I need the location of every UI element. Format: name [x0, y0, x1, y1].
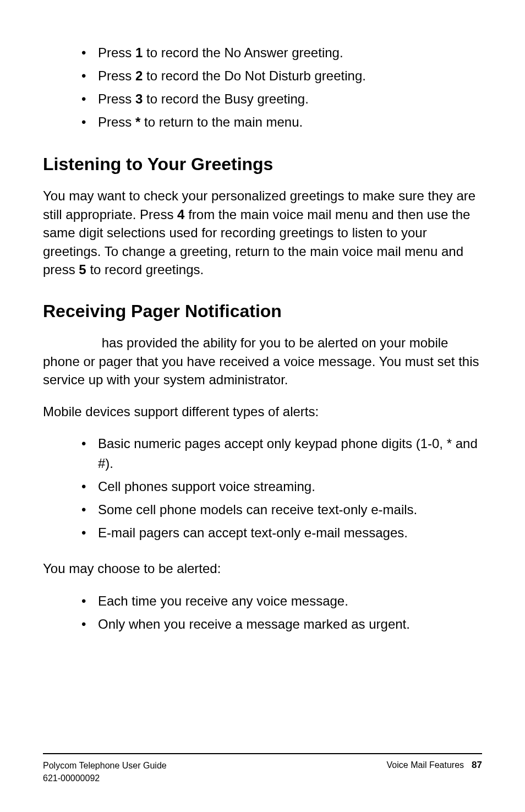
greeting-record-options-list: Press 1 to record the No Answer greeting…: [43, 43, 482, 132]
key-digit: 2: [135, 68, 143, 83]
list-item: Press 1 to record the No Answer greeting…: [81, 43, 482, 63]
heading-pager-notification: Receiving Pager Notification: [43, 301, 482, 321]
footer-right: Voice Mail Features 87: [387, 760, 482, 784]
footer-doc-code: 621-00000092: [43, 772, 167, 784]
list-item: E-mail pagers can accept text-only e-mai…: [81, 523, 482, 543]
list-item: Press 3 to record the Busy greeting.: [81, 89, 482, 109]
key-digit: *: [135, 115, 140, 129]
key-digit: 5: [79, 262, 86, 277]
footer-guide-title: Polycom Telephone User Guide: [43, 760, 167, 772]
paragraph-pager-intro: has provided the ability for you to be a…: [43, 334, 482, 389]
text: to record greetings.: [86, 262, 204, 277]
list-item: Basic numeric pages accept only keypad p…: [81, 434, 482, 473]
list-item: Cell phones support voice streaming.: [81, 477, 482, 497]
text: to record the No Answer greeting.: [143, 45, 343, 60]
text: Press: [98, 68, 135, 83]
list-item: Only when you receive a message marked a…: [81, 614, 482, 634]
key-digit: 4: [177, 207, 184, 222]
paragraph-alert-choice-intro: You may choose to be alerted:: [43, 559, 482, 578]
list-item: Each time you receive any voice message.: [81, 591, 482, 611]
paragraph-listening: You may want to check your personalized …: [43, 187, 482, 279]
paragraph-alert-types-intro: Mobile devices support different types o…: [43, 402, 482, 421]
page-container: Press 1 to record the No Answer greeting…: [0, 0, 525, 812]
list-item: Press 2 to record the Do Not Disturb gre…: [81, 66, 482, 86]
key-digit: 1: [135, 45, 143, 60]
text: Press: [98, 115, 135, 129]
text: to record the Busy greeting.: [143, 91, 309, 106]
key-digit: 3: [135, 91, 143, 106]
text: to return to the main menu.: [140, 115, 303, 129]
list-item: Press * to return to the main menu.: [81, 112, 482, 132]
text: Press: [98, 45, 135, 60]
alert-choice-list: Each time you receive any voice message.…: [43, 591, 482, 634]
footer-section-title: Voice Mail Features: [387, 760, 464, 770]
footer-page-number: 87: [472, 760, 482, 771]
page-footer: Polycom Telephone User Guide 621-0000009…: [43, 753, 482, 784]
alert-types-list: Basic numeric pages accept only keypad p…: [43, 434, 482, 543]
text: Press: [98, 91, 135, 106]
footer-left: Polycom Telephone User Guide 621-0000009…: [43, 760, 167, 784]
heading-listening-to-greetings: Listening to Your Greetings: [43, 154, 482, 175]
list-item: Some cell phone models can receive text-…: [81, 500, 482, 520]
text: to record the Do Not Disturb greeting.: [143, 68, 366, 83]
